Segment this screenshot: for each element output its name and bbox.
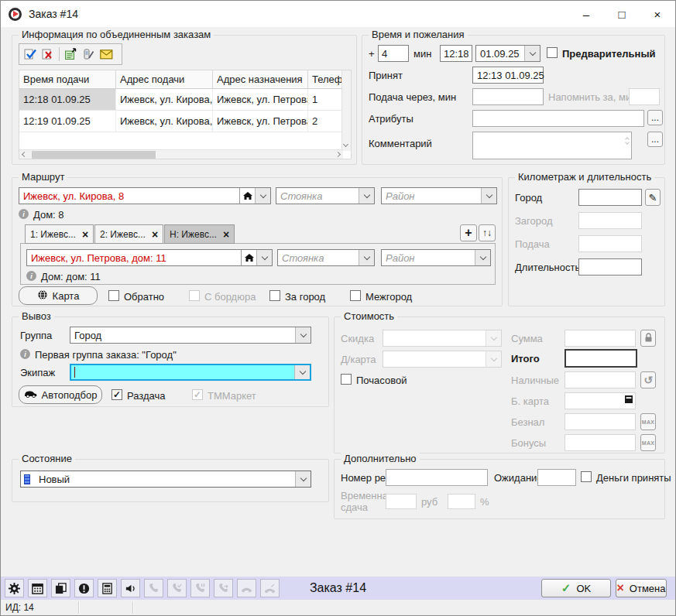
recalc-cash-button[interactable]: ↺ bbox=[640, 371, 656, 388]
cell-to[interactable]: Ижевск, ул. Петрова... bbox=[213, 111, 308, 132]
to-district-combo[interactable]: Район bbox=[381, 249, 491, 266]
bank-card-icon[interactable] bbox=[624, 395, 633, 406]
route-tab-1[interactable]: 1: Ижевс... × bbox=[25, 224, 94, 244]
column-header-to[interactable]: Адрес назначения bbox=[213, 70, 308, 88]
bonuses-max-button[interactable]: MAX bbox=[640, 434, 656, 451]
call-edit-icon[interactable] bbox=[260, 579, 280, 597]
to-parking-combo[interactable]: Стоянка bbox=[277, 249, 375, 266]
attributes-more-button[interactable]: ... bbox=[647, 110, 663, 125]
calendar-button[interactable] bbox=[28, 579, 47, 597]
sum-input[interactable] bbox=[564, 330, 636, 347]
column-header-from[interactable]: Адрес подачи bbox=[116, 70, 213, 88]
state-combo[interactable]: Новый bbox=[20, 471, 311, 488]
cell-phone[interactable]: 2 bbox=[308, 111, 343, 132]
cancel-button[interactable]: × Отмена bbox=[616, 579, 667, 597]
auto-select-button[interactable]: Автоподбор bbox=[19, 385, 102, 404]
waiting-input[interactable] bbox=[537, 469, 576, 486]
maximize-button[interactable]: □ bbox=[604, 1, 640, 27]
pickup-date-combo[interactable]: 01.09.25 bbox=[475, 45, 540, 62]
column-header-time[interactable]: Время подачи bbox=[19, 70, 116, 88]
delete-order-icon[interactable] bbox=[41, 47, 55, 61]
crew-combo[interactable] bbox=[70, 364, 311, 381]
chevron-down-icon[interactable] bbox=[295, 471, 311, 487]
cashless-input[interactable] bbox=[564, 413, 636, 430]
send-message-icon[interactable] bbox=[99, 47, 113, 61]
table-row[interactable]: 12:18 01.09.25 Ижевск, ул. Кирова, 8 Иже… bbox=[19, 89, 351, 111]
scrollbar-thumb[interactable] bbox=[32, 151, 156, 159]
order-info-button[interactable] bbox=[74, 579, 94, 597]
flight-number-input[interactable] bbox=[386, 469, 488, 486]
pickup-time-input[interactable] bbox=[440, 45, 472, 62]
lock-sum-button[interactable] bbox=[640, 330, 656, 347]
call-answer-icon[interactable] bbox=[167, 579, 187, 597]
duration-input[interactable] bbox=[578, 258, 642, 275]
temp-change-rub-input[interactable] bbox=[386, 494, 417, 509]
chevron-down-icon[interactable] bbox=[295, 327, 311, 343]
chevron-down-icon[interactable] bbox=[359, 188, 374, 204]
route-tab-2[interactable]: 2: Ижевс... × bbox=[94, 224, 163, 244]
cash-input[interactable] bbox=[564, 371, 636, 388]
close-tab-icon[interactable]: × bbox=[223, 228, 229, 241]
pickup-in-input[interactable] bbox=[472, 88, 544, 105]
city-km-input[interactable] bbox=[578, 189, 642, 206]
pickup-km-input[interactable] bbox=[578, 235, 642, 252]
suburb-km-input[interactable] bbox=[578, 212, 642, 229]
close-tab-icon[interactable]: × bbox=[152, 228, 158, 241]
copy-order-button[interactable] bbox=[51, 579, 70, 597]
minimize-button[interactable]: – bbox=[568, 1, 604, 27]
route-tab-final[interactable]: Н: Ижевс... × bbox=[164, 224, 235, 244]
out-of-town-checkbox[interactable] bbox=[269, 290, 280, 301]
cell-time[interactable]: 12:18 01.09.25 bbox=[19, 89, 116, 110]
from-district-combo[interactable]: Район bbox=[381, 187, 497, 204]
ok-button[interactable]: ✓ OK bbox=[541, 579, 611, 597]
cashless-max-button[interactable]: MAX bbox=[640, 413, 656, 430]
reorder-stops-button[interactable]: ↑↓ bbox=[479, 224, 496, 241]
home-icon[interactable] bbox=[239, 188, 255, 204]
cell-from[interactable]: Ижевск, ул. Кирова, 8 bbox=[116, 89, 213, 110]
total-input[interactable] bbox=[564, 349, 637, 368]
horizontal-scrollbar[interactable] bbox=[19, 149, 343, 159]
from-address-combo[interactable]: Ижевск, ул. Кирова, 8 bbox=[19, 187, 271, 204]
settings-button[interactable] bbox=[5, 579, 24, 597]
money-received-checkbox[interactable] bbox=[581, 471, 592, 482]
chevron-down-icon[interactable] bbox=[481, 188, 496, 204]
vertical-scrollbar[interactable] bbox=[341, 70, 351, 151]
order-group-combo[interactable]: Город bbox=[70, 327, 311, 344]
confirm-order-icon[interactable] bbox=[23, 47, 37, 61]
cell-to[interactable]: Ижевск, ул. Петрова... bbox=[213, 89, 308, 110]
chevron-down-icon[interactable] bbox=[486, 330, 501, 346]
export-order-icon[interactable] bbox=[63, 47, 77, 61]
column-header-phone[interactable]: Телефон bbox=[308, 70, 343, 88]
map-button[interactable]: Карта bbox=[19, 286, 98, 305]
close-button[interactable]: × bbox=[640, 1, 675, 27]
comment-textarea[interactable] bbox=[472, 132, 632, 159]
attributes-input[interactable] bbox=[472, 110, 644, 127]
tariff-calculator-button[interactable] bbox=[98, 579, 117, 597]
chevron-down-icon[interactable] bbox=[294, 365, 310, 379]
from-parking-combo[interactable]: Стоянка bbox=[276, 187, 375, 204]
sound-button[interactable] bbox=[121, 579, 140, 597]
return-trip-checkbox[interactable] bbox=[108, 290, 119, 301]
call-hangup-icon[interactable] bbox=[237, 579, 256, 597]
remind-input[interactable] bbox=[629, 88, 660, 105]
add-stop-button[interactable]: + bbox=[460, 224, 477, 241]
cell-from[interactable]: Ижевск, ул. Кирова, ... bbox=[116, 111, 213, 132]
call-client-icon[interactable] bbox=[81, 47, 95, 61]
hourly-checkbox[interactable] bbox=[341, 374, 352, 385]
intercity-checkbox[interactable] bbox=[350, 290, 361, 301]
cell-phone[interactable]: 1 bbox=[308, 89, 343, 110]
temp-change-percent-input[interactable] bbox=[448, 494, 475, 509]
discount-combo[interactable] bbox=[383, 330, 502, 347]
chevron-down-icon[interactable] bbox=[486, 351, 501, 367]
cell-time[interactable]: 12:19 01.09.25 bbox=[19, 111, 116, 132]
call-hold-icon[interactable] bbox=[190, 579, 210, 597]
home-icon[interactable] bbox=[241, 250, 256, 265]
comment-more-button[interactable]: ... bbox=[647, 132, 663, 147]
tmmarket-checkbox[interactable] bbox=[192, 389, 203, 400]
chevron-down-icon[interactable] bbox=[359, 250, 374, 265]
curb-checkbox[interactable] bbox=[189, 290, 200, 301]
call-pickup-icon[interactable] bbox=[144, 579, 163, 597]
preliminary-checkbox[interactable] bbox=[547, 47, 558, 58]
extra-minutes-input[interactable] bbox=[378, 45, 409, 62]
call-transfer-icon[interactable] bbox=[214, 579, 233, 597]
